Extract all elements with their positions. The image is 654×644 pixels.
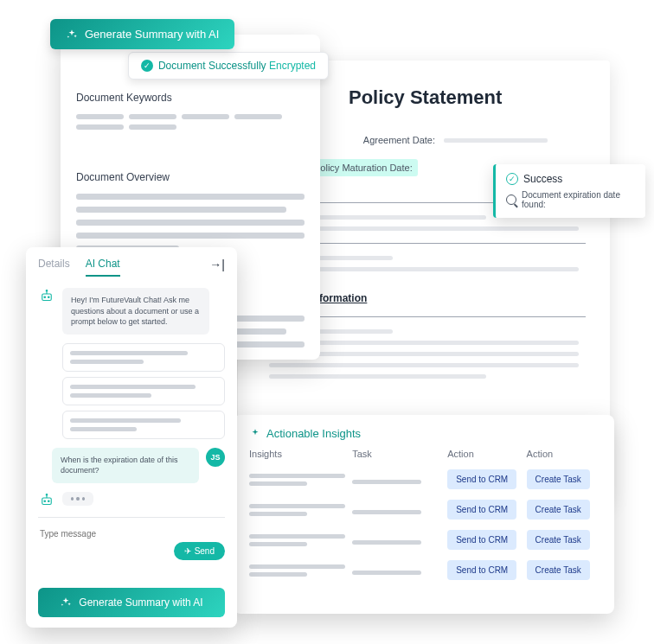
chat-input-area: ✈ Send: [38, 517, 225, 560]
send-button[interactable]: ✈ Send: [174, 542, 225, 560]
success-detail: Document expiration date found:: [506, 190, 635, 209]
send-to-crm-button[interactable]: Send to CRM: [447, 530, 516, 550]
prompt-suggestions: [62, 343, 225, 439]
success-header: ✓ Success: [506, 173, 635, 185]
typing-indicator: [62, 492, 93, 506]
col-insights: Insights: [249, 449, 345, 459]
encryption-toast: ✓ Document Successfully Encrypted: [128, 52, 329, 80]
bot-typing-row: [38, 492, 225, 509]
send-label: Send: [195, 546, 215, 556]
check-icon: ✓: [141, 60, 153, 72]
svg-point-4: [46, 290, 48, 292]
svg-rect-0: [42, 294, 52, 301]
svg-point-9: [46, 494, 48, 495]
insights-column-headers: Insights Task Action Action: [249, 449, 599, 459]
check-icon: ✓: [506, 173, 518, 185]
send-to-crm-button[interactable]: Send to CRM: [447, 500, 516, 520]
user-message-bubble: When is the expiration date of this docu…: [52, 448, 199, 483]
maturation-date-field: Policy Maturation Date:: [309, 159, 418, 176]
create-task-button[interactable]: Create Task: [527, 560, 590, 580]
prompt-card[interactable]: [62, 343, 225, 372]
overview-placeholder: [76, 194, 305, 252]
toast-text: Document Successfully Encrypted: [158, 60, 316, 72]
svg-point-7: [48, 501, 50, 502]
insights-panel-title: Actionable Insights: [249, 427, 599, 440]
prompt-card[interactable]: [62, 411, 225, 439]
send-to-crm-button[interactable]: Send to CRM: [447, 560, 516, 580]
chat-tabs: Details AI Chat →|: [38, 258, 225, 277]
insights-rows: Send to CRMCreate TaskSend to CRMCreate …: [249, 469, 599, 580]
create-task-button[interactable]: Create Task: [527, 530, 590, 550]
insight-row: Send to CRMCreate Task: [249, 469, 599, 489]
policy-title: Policy Statement: [349, 86, 586, 109]
insight-row: Send to CRMCreate Task: [249, 500, 599, 520]
section-overview-title: Document Overview: [76, 171, 305, 183]
col-action-2: Action: [527, 449, 599, 459]
send-to-crm-button[interactable]: Send to CRM: [447, 469, 516, 489]
user-message-row: When is the expiration date of this docu…: [38, 448, 225, 483]
search-icon: [506, 194, 516, 205]
sparkle-icon: [66, 29, 78, 41]
tab-ai-chat[interactable]: AI Chat: [86, 258, 120, 277]
insight-row: Send to CRMCreate Task: [249, 560, 599, 580]
generate-summary-label: Generate Summary with AI: [85, 28, 219, 41]
keywords-placeholder: [76, 114, 305, 130]
svg-point-1: [44, 296, 46, 298]
section-keywords-title: Document Keywords: [76, 92, 305, 104]
chat-body: Hey! I'm FutureVault Chat! Ask me questi…: [38, 277, 225, 510]
generate-summary-label: Generate Summary with AI: [79, 596, 202, 609]
generate-summary-button-bottom[interactable]: Generate Summary with AI: [38, 588, 225, 617]
send-icon: ✈: [184, 546, 191, 556]
generate-summary-button-top[interactable]: Generate Summary with AI: [50, 19, 234, 49]
prompt-card[interactable]: [62, 377, 225, 405]
bot-message-row: Hey! I'm FutureVault Chat! Ask me questi…: [38, 288, 225, 335]
svg-point-6: [44, 501, 46, 502]
expand-icon[interactable]: →|: [209, 258, 225, 271]
bot-avatar-icon: [38, 288, 55, 305]
insight-row: Send to CRMCreate Task: [249, 530, 599, 550]
tab-details[interactable]: Details: [38, 258, 70, 277]
actionable-insights-panel: Actionable Insights Insights Task Action…: [234, 415, 614, 614]
col-action-1: Action: [447, 449, 519, 459]
svg-point-2: [48, 296, 50, 298]
ai-chat-panel: Details AI Chat →| Hey! I'm FutureVault …: [26, 247, 237, 628]
user-avatar: JS: [206, 448, 225, 467]
bot-avatar-icon: [38, 492, 55, 509]
success-callout: ✓ Success Document expiration date found…: [493, 164, 645, 218]
create-task-button[interactable]: Create Task: [527, 469, 590, 489]
svg-rect-5: [42, 498, 52, 505]
chat-input[interactable]: [38, 526, 225, 542]
sparkle-icon: [249, 428, 261, 440]
sparkle-icon: [60, 596, 72, 609]
create-task-button[interactable]: Create Task: [527, 500, 590, 520]
col-task: Task: [352, 449, 440, 459]
bot-intro-bubble: Hey! I'm FutureVault Chat! Ask me questi…: [62, 288, 209, 335]
